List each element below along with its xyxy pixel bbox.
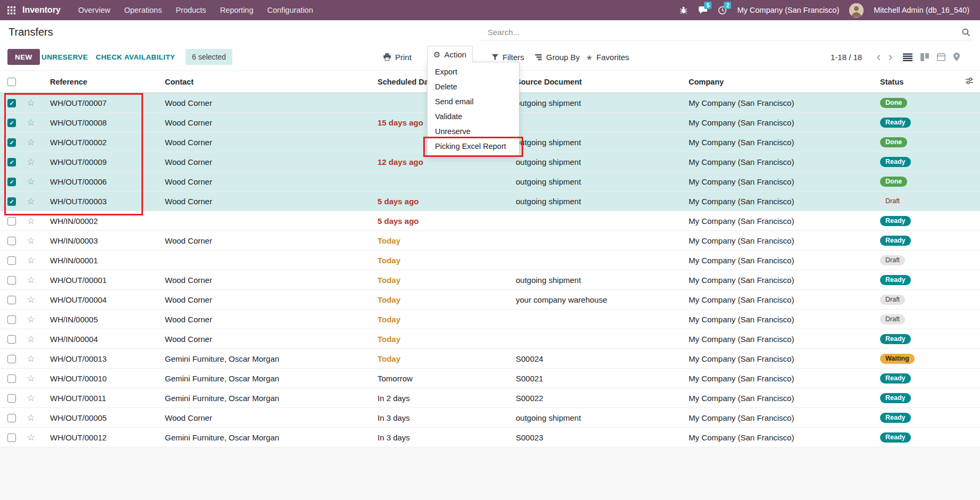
favorite-star-icon[interactable] [27,275,35,285]
row-checkbox[interactable] [7,414,16,422]
table-row[interactable]: WH/IN/00002 5 days ago My Company (San F… [0,211,980,231]
nav-menu-item[interactable]: Operations [117,0,169,20]
table-row[interactable]: WH/OUT/00013 Gemini Furniture, Oscar Mor… [0,349,980,369]
row-checkbox[interactable] [7,237,16,245]
favorite-star-icon[interactable] [27,137,35,147]
scheduled-date-cell [373,172,512,191]
action-menu-item[interactable]: Unreserve [428,124,519,139]
row-checkbox[interactable] [7,99,16,107]
favorite-star-icon[interactable] [27,255,35,265]
user-menu[interactable]: Mitchell Admin (db_16_540) [874,6,969,14]
favorite-star-icon[interactable] [27,216,35,226]
select-all-checkbox[interactable] [7,78,16,86]
reference-cell: WH/OUT/00009 [40,152,161,172]
row-checkbox[interactable] [7,374,16,383]
calendar-view-button[interactable] [937,53,945,61]
table-row[interactable]: WH/OUT/00010 Gemini Furniture, Oscar Mor… [0,369,980,388]
row-checkbox[interactable] [7,434,16,442]
activities-button[interactable]: 2 [718,6,727,15]
table-row[interactable]: WH/OUT/00011 Gemini Furniture, Oscar Mor… [0,388,980,408]
row-checkbox[interactable] [7,138,16,147]
optional-columns-button[interactable] [965,77,974,85]
action-menu-item[interactable]: Send email [428,94,519,109]
contact-cell: Wood Corner [161,172,373,191]
favorite-star-icon[interactable] [27,236,35,246]
table-row[interactable]: WH/OUT/00005 Wood Corner In 3 days outgo… [0,408,980,428]
row-checkbox[interactable] [7,197,16,206]
column-header-contact[interactable]: Contact [161,71,373,93]
favorite-star-icon[interactable] [27,295,35,305]
pager-next-button[interactable] [884,52,896,62]
row-checkbox[interactable] [7,119,16,127]
favorite-star-icon[interactable] [27,413,35,423]
favorite-star-icon[interactable] [27,334,35,344]
row-checkbox[interactable] [7,394,16,403]
favorite-star-icon[interactable] [27,157,35,167]
favorite-star-icon[interactable] [27,177,35,187]
search-input[interactable] [480,28,961,37]
avatar[interactable] [849,3,864,18]
column-header-status[interactable]: Status [876,71,961,93]
company-cell: My Company (San Francisco) [684,251,876,270]
favorite-star-icon[interactable] [27,432,35,443]
table-row[interactable]: WH/OUT/00012 Gemini Furniture, Oscar Mor… [0,428,980,447]
row-checkbox[interactable] [7,315,16,324]
table-row[interactable]: WH/IN/00005 Wood Corner Today My Company… [0,310,980,329]
filters-button[interactable]: Filters [491,53,524,62]
favorite-star-icon[interactable] [27,373,35,384]
search-icon[interactable] [961,28,970,37]
list-view-button[interactable] [903,53,912,61]
row-checkbox[interactable] [7,217,16,226]
row-checkbox[interactable] [7,256,16,265]
favorite-star-icon[interactable] [27,354,35,364]
nav-menu-item[interactable]: Reporting [213,0,261,20]
row-checkbox[interactable] [7,158,16,166]
column-header-company[interactable]: Company [684,71,876,93]
favorite-star-icon[interactable] [27,118,35,128]
table-row[interactable]: WH/OUT/00006 Wood Corner outgoing shipme… [0,172,980,191]
group-by-button[interactable]: Group By [534,53,580,62]
pager-previous-button[interactable] [873,52,884,62]
row-checkbox[interactable] [7,355,16,363]
debug-button[interactable] [679,6,688,14]
kanban-view-button[interactable] [920,53,929,61]
column-header-source-document[interactable]: Source Document [512,71,684,93]
table-row[interactable]: WH/OUT/00003 Wood Corner 5 days ago outg… [0,191,980,211]
nav-menu-item[interactable]: Configuration [261,0,320,20]
nav-menu-item[interactable]: Overview [71,0,117,20]
map-view-button[interactable] [953,53,960,61]
row-checkbox[interactable] [7,276,16,285]
apps-menu-button[interactable] [0,0,22,20]
action-button[interactable]: Action [427,46,473,63]
favorite-star-icon[interactable] [27,196,35,206]
action-menu-item[interactable]: Picking Excel Report [428,139,519,154]
action-menu-item[interactable]: Export [428,64,519,79]
new-button[interactable]: NEW [7,49,40,65]
status-badge: Waiting [880,354,915,364]
action-menu-item[interactable]: Delete [428,79,519,94]
table-row[interactable]: WH/IN/00001 Today My Company (San Franci… [0,251,980,270]
favorite-star-icon[interactable] [27,98,35,108]
print-button[interactable]: Print [383,53,412,62]
unreserve-button[interactable]: UNRESERVE [41,53,88,61]
row-checkbox[interactable] [7,178,16,186]
favorite-star-icon[interactable] [27,314,35,324]
table-row[interactable]: WH/OUT/00001 Wood Corner Today outgoing … [0,270,980,290]
messages-button[interactable]: 5 [698,6,708,14]
app-name[interactable]: Inventory [22,5,61,15]
action-menu-item[interactable]: Validate [428,109,519,124]
row-checkbox[interactable] [7,296,16,304]
status-badge: Draft [880,196,905,206]
check-availability-button[interactable]: CHECK AVAILABILITY [96,53,175,61]
company-switcher[interactable]: My Company (San Francisco) [737,6,839,14]
favorite-star-icon[interactable] [27,393,35,403]
favorites-button[interactable]: Favorites [586,53,629,62]
scheduled-date-text: Today [378,236,400,245]
table-row[interactable]: WH/IN/00004 Wood Corner Today My Company… [0,329,980,349]
status-cell: Draft [876,310,961,329]
column-header-reference[interactable]: Reference [40,71,161,93]
row-checkbox[interactable] [7,335,16,344]
table-row[interactable]: WH/OUT/00004 Wood Corner Today your comp… [0,290,980,310]
table-row[interactable]: WH/IN/00003 Wood Corner Today My Company… [0,231,980,251]
nav-menu-item[interactable]: Products [169,0,213,20]
